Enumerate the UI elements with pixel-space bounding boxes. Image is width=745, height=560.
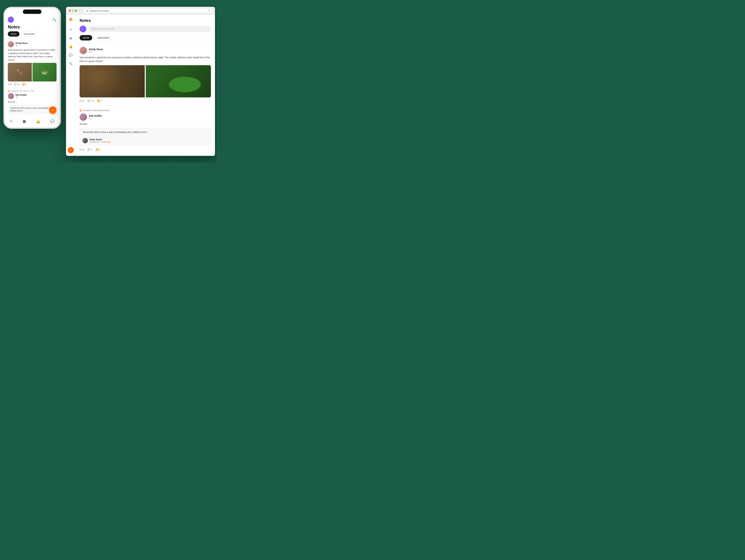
avatar-image xyxy=(8,17,14,23)
nav-notes[interactable]: ▦ xyxy=(23,119,26,123)
sidebar-chat-icon[interactable]: 💬 xyxy=(68,53,73,58)
elle-comment-count: 1 xyxy=(91,148,92,151)
url-bar[interactable]: 🔒 substack.com/notes ↻ xyxy=(84,8,212,13)
feed-restack-button[interactable]: 🔁 2 xyxy=(97,100,102,102)
nav-inbox[interactable]: ✉ xyxy=(10,119,13,123)
post-time-elle: 1h xyxy=(15,96,27,99)
refresh-icon[interactable]: ↻ xyxy=(208,9,210,12)
browser-main-content: Notes What's on your mind? Home Subscrib… xyxy=(75,15,215,156)
traffic-lights xyxy=(69,10,77,12)
tab-home[interactable]: Home xyxy=(79,35,92,40)
quote-author-name: Noah Smith xyxy=(90,138,110,141)
feed-post-elle: 🔁 JASMINE SUN RESTACKED Elle Griffin 1h … xyxy=(75,106,215,154)
feed-comment-icon: 💬 xyxy=(88,100,90,102)
food-decoration-right: 🥗 xyxy=(33,63,57,82)
sidebar-compose-button[interactable]: + xyxy=(68,147,74,153)
sidebar-bell-icon[interactable]: 🔔 xyxy=(68,44,73,49)
feed-text-before: Now would be a good time for xyxy=(79,56,111,59)
elle-restack-button[interactable]: 🔁 3 xyxy=(96,148,100,151)
post-author-elle: Elle Griffin xyxy=(15,94,27,96)
svg-rect-1 xyxy=(69,19,72,20)
phone-frame: 🔍 Notes Home Subscribed Emily Nunn 3m xyxy=(3,7,61,129)
compose-input[interactable]: What's on your mind? xyxy=(88,26,211,32)
feed-comment-button[interactable]: 💬 14 xyxy=(88,100,93,102)
sidebar-notes-icon[interactable]: ▦ xyxy=(69,36,73,41)
feed-like-button[interactable]: ♥ 42 xyxy=(79,100,84,102)
phone-page-title: Notes xyxy=(5,24,60,31)
elle-comment-icon: 💬 xyxy=(88,148,90,151)
minimize-button[interactable] xyxy=(72,10,74,12)
elle-like-button[interactable]: ♥ 12 xyxy=(79,148,84,151)
comment-button[interactable]: 💬 14 xyxy=(14,83,20,86)
phone-screen: 🔍 Notes Home Subscribed Emily Nunn 3m xyxy=(5,8,60,127)
elle-more-options[interactable]: ··· xyxy=(209,148,211,151)
feed-actions-elle: ♥ 12 💬 1 🔁 3 ··· xyxy=(79,148,211,151)
quote-source: Noah Smith Noahpinion · Subscribe › xyxy=(83,136,208,143)
tab-subscribed[interactable]: Subscribed xyxy=(94,35,112,40)
like-button[interactable]: ♥ 42 xyxy=(8,83,12,86)
browser-sidebar: ✉ ▦ 🔔 💬 🔍 + xyxy=(66,15,75,156)
phone-tab-home[interactable]: Home xyxy=(8,31,20,37)
page-title: Notes xyxy=(79,18,211,23)
phone-mockup: 🔍 Notes Home Subscribed Emily Nunn 3m xyxy=(3,7,61,129)
sidebar-inbox-icon[interactable]: ✉ xyxy=(69,27,73,32)
restack-attribution: 🔁 JASMINE SUN RESTACKED xyxy=(8,90,57,92)
post-image-left: 🍗 xyxy=(8,63,32,82)
elle-comment-button[interactable]: 💬 1 xyxy=(88,148,92,151)
more-options-icon[interactable]: ··· xyxy=(54,83,57,86)
bell-icon: 🔔 xyxy=(36,119,40,123)
elle-quote-card: "Economic terms have a way of translatin… xyxy=(79,128,211,146)
elle-restack-count: 3 xyxy=(99,148,100,151)
quote-subscribe-button[interactable]: Subscribe xyxy=(102,141,110,143)
elle-restack-icon: 🔁 xyxy=(96,148,98,151)
browser-body: ✉ ▦ 🔔 💬 🔍 + Notes What's on your mind? H… xyxy=(66,15,215,156)
quote-dot: · xyxy=(100,141,102,143)
search-icon[interactable]: 🔍 xyxy=(52,18,57,22)
sidebar-search-icon[interactable]: 🔍 xyxy=(68,61,73,66)
feed-actions-emily: ♥ 42 💬 14 🔁 2 ··· xyxy=(79,99,211,102)
like-count: 42 xyxy=(10,83,12,86)
feed-avatar-elle xyxy=(79,113,87,121)
browser-nav: ‹ › xyxy=(79,9,82,12)
feed-text-emily: Now would be a good time for everyone to… xyxy=(79,56,211,63)
chat-icon: 💬 xyxy=(50,119,55,123)
post-meta: Emily Nunn 3m xyxy=(15,42,28,47)
comment-count: 14 xyxy=(18,83,20,86)
svg-rect-0 xyxy=(69,18,72,19)
inbox-icon: ✉ xyxy=(10,119,13,123)
feed-more-options[interactable]: ··· xyxy=(209,99,211,102)
feed-meta-emily: Emily Nunn 3m xyxy=(89,48,103,53)
close-button[interactable] xyxy=(69,10,71,12)
feed-comment-count: 14 xyxy=(91,100,93,102)
sidebar-plus-icon: + xyxy=(70,148,72,152)
nav-chat[interactable]: 💬 xyxy=(50,119,55,123)
quote-author-info: Noah Smith Noahpinion · Subscribe xyxy=(90,138,110,143)
feed-image-food xyxy=(79,65,145,97)
restack-count: 2 xyxy=(25,83,27,86)
phone-tab-subscribed[interactable]: Subscribed xyxy=(21,31,38,37)
heart-icon: ♥ xyxy=(8,83,9,86)
compose-row: What's on your mind? xyxy=(79,26,211,32)
noah-avatar xyxy=(83,138,88,143)
restack-button[interactable]: 🔁 2 xyxy=(22,83,27,86)
post-header-elle: Elle Griffin 1h xyxy=(8,93,57,99)
back-button[interactable]: ‹ xyxy=(79,9,80,12)
lock-icon: 🔒 xyxy=(86,10,88,12)
nav-notifications[interactable]: 🔔 xyxy=(36,119,40,123)
notes-icon: ▦ xyxy=(23,119,26,123)
restack-icon-small: 🔁 xyxy=(8,90,10,92)
feed-time-elle: 1h xyxy=(89,117,102,120)
substack-logo xyxy=(69,18,73,22)
restack-bar-text: JASMINE SUN RESTACKED xyxy=(83,110,109,112)
phone-feed: Emily Nunn 3m Now would be a good time f… xyxy=(5,39,60,116)
phone-fab-button[interactable]: + xyxy=(49,106,57,114)
phone-post-elle: 🔁 JASMINE SUN RESTACKED Elle Griffin 1h … xyxy=(8,88,57,116)
comment-icon: 💬 xyxy=(14,83,17,86)
post-image-right: 🥗 xyxy=(33,63,57,82)
maximize-button[interactable] xyxy=(75,10,77,12)
post-text-before: Now would be a good time for xyxy=(8,49,38,51)
forward-button[interactable]: › xyxy=(81,9,82,12)
food-decoration-left: 🍗 xyxy=(8,63,32,82)
quote-text: "Economic terms have a way of translatin… xyxy=(83,130,208,134)
quote-chevron-icon: › xyxy=(207,139,208,142)
